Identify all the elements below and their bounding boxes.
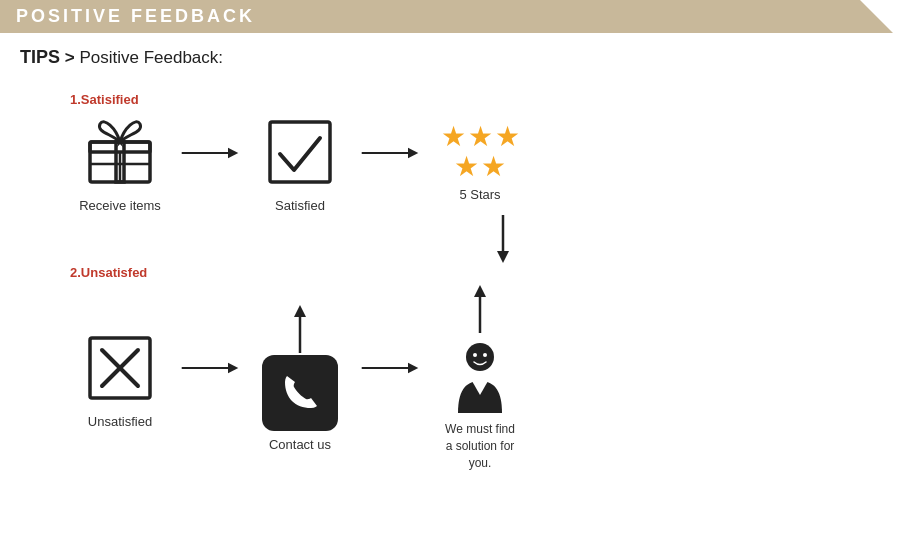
solution-block: We must find a solution for you. [430,335,530,471]
stars-icon: ★ ★ ★ ★ ★ [435,123,525,181]
tips-arrow: > [65,48,80,67]
arrow-contact-to-person [360,353,420,383]
receive-items-block: Receive items [70,112,170,213]
satisfied-section-label: 1.Satisified [70,90,880,108]
svg-point-24 [473,353,477,357]
vert-arrow-down-wrapper [125,213,880,263]
header-title: POSITIVE FEEDBACK [16,6,255,27]
five-stars-block: ★ ★ ★ ★ ★ 5 Stars [430,123,530,202]
svg-marker-9 [408,147,418,157]
receive-items-label: Receive items [79,198,161,213]
satisfied-row: Receive items Satisfied [70,112,880,213]
arrow-satisfied-to-stars [360,138,420,168]
svg-marker-6 [228,147,238,157]
svg-point-25 [483,353,487,357]
satisfied-block: Satisfied [250,112,350,213]
vert-arrow-up-contact [288,305,312,355]
svg-marker-16 [228,363,238,373]
solution-column: We must find a solution for you. [430,285,530,471]
satisfied-label: Satisfied [275,198,325,213]
arrow-unsatisfied-to-contact [180,353,240,383]
x-icon [80,328,160,408]
svg-marker-11 [497,251,509,263]
arrow-receive-to-satisfied [180,138,240,168]
checkmark-icon [260,112,340,192]
tips-text: Positive Feedback: [79,48,223,67]
svg-marker-18 [294,305,306,317]
header-banner: POSITIVE FEEDBACK [0,0,900,33]
person-icon [440,335,520,415]
contact-us-column: Contact us [250,305,350,452]
svg-marker-20 [408,363,418,373]
five-stars-label: 5 Stars [459,187,500,202]
phone-icon [262,355,338,431]
diagram-wrapper: 1.Satisified [0,90,900,471]
unsatisfied-block: Unsatisfied [70,328,170,429]
unsatisfied-row: Unsatisfied [70,285,880,471]
tips-line: TIPS > Positive Feedback: [0,33,900,76]
solution-label: We must find a solution for you. [445,421,515,471]
contact-us-block: Contact us [250,355,350,452]
unsatisfied-section-label: 2.Unsatisfed [70,263,880,281]
unsatisfied-label: Unsatisfied [88,414,152,429]
page: POSITIVE FEEDBACK TIPS > Positive Feedba… [0,0,900,543]
contact-us-label: Contact us [269,437,331,452]
svg-point-23 [466,343,494,371]
svg-marker-22 [474,285,486,297]
tips-label: TIPS [20,47,60,67]
svg-rect-7 [270,122,330,182]
vert-arrow-up-solution [468,285,492,335]
gift-icon [80,112,160,192]
